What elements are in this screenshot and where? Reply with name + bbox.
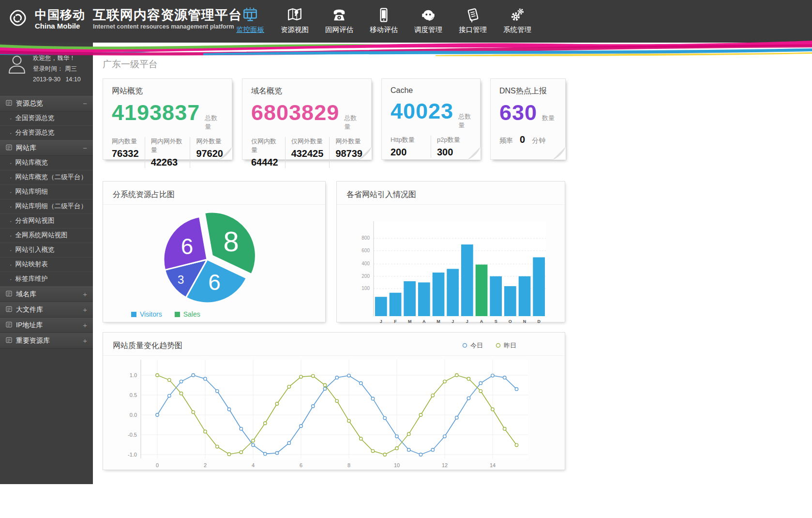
legend-item-昨日[interactable]: 昨日: [496, 341, 516, 350]
data-point[interactable]: [407, 432, 410, 435]
data-point[interactable]: [491, 374, 494, 377]
data-point[interactable]: [180, 380, 182, 383]
data-point[interactable]: [515, 388, 518, 391]
nav-item-map[interactable]: 资源视图: [278, 4, 312, 34]
data-point[interactable]: [395, 447, 398, 450]
sidebar-item-分省资源总览[interactable]: ·分省资源总览: [0, 126, 93, 140]
legend-item-Visitors[interactable]: Visitors: [131, 310, 162, 318]
bar-D-11[interactable]: [533, 258, 545, 317]
data-point[interactable]: [479, 390, 482, 393]
bar-M-2[interactable]: [404, 281, 416, 316]
expand-icon[interactable]: +: [83, 321, 87, 329]
data-point[interactable]: [455, 374, 458, 377]
data-point[interactable]: [371, 449, 374, 452]
bar-S-8[interactable]: [490, 276, 502, 316]
data-point[interactable]: [360, 381, 362, 384]
data-point[interactable]: [479, 381, 482, 384]
data-point[interactable]: [383, 416, 386, 419]
data-point[interactable]: [323, 387, 326, 390]
data-point[interactable]: [455, 416, 458, 419]
bar-F-1[interactable]: [390, 293, 402, 316]
data-point[interactable]: [503, 427, 506, 430]
sidebar-item-全国资源总览[interactable]: ·全国资源总览: [0, 111, 93, 126]
collapse-icon[interactable]: −: [83, 99, 87, 107]
legend-item-今日[interactable]: 今日: [462, 341, 483, 350]
data-point[interactable]: [275, 452, 278, 455]
data-point[interactable]: [287, 385, 290, 388]
nav-item-monitor[interactable]: 监控面板: [233, 4, 267, 34]
data-point[interactable]: [180, 392, 182, 395]
bar-A-7[interactable]: [476, 265, 488, 317]
data-point[interactable]: [347, 374, 350, 377]
sidebar-section-重要资源库[interactable]: 重要资源库+: [0, 333, 93, 349]
sidebar-item-分省网站视图[interactable]: ·分省网站视图: [0, 214, 93, 229]
data-point[interactable]: [443, 435, 446, 438]
data-point[interactable]: [264, 452, 267, 455]
nav-item-notes[interactable]: 接口管理: [456, 4, 490, 34]
data-point[interactable]: [168, 394, 171, 397]
data-point[interactable]: [419, 413, 422, 416]
data-point[interactable]: [252, 443, 255, 446]
data-point[interactable]: [312, 405, 315, 408]
data-point[interactable]: [515, 443, 518, 446]
data-point[interactable]: [431, 448, 434, 451]
data-point[interactable]: [503, 376, 506, 379]
bar-J-6[interactable]: [461, 244, 473, 316]
data-point[interactable]: [335, 399, 338, 402]
sidebar-section-IP地址库[interactable]: IP地址库+: [0, 318, 93, 333]
expand-icon[interactable]: +: [83, 305, 87, 314]
data-point[interactable]: [275, 402, 278, 405]
expand-icon[interactable]: +: [83, 336, 87, 345]
data-point[interactable]: [443, 380, 446, 383]
sidebar-item-网站库明细（二级平台）[interactable]: ·网站库明细（二级平台）: [0, 199, 93, 214]
data-point[interactable]: [240, 451, 242, 454]
data-point[interactable]: [227, 453, 230, 456]
data-point[interactable]: [252, 439, 255, 442]
legend-item-Sales[interactable]: Sales: [175, 310, 200, 318]
data-point[interactable]: [419, 453, 422, 456]
data-point[interactable]: [240, 427, 242, 430]
data-point[interactable]: [491, 408, 494, 411]
data-point[interactable]: [360, 437, 362, 440]
data-point[interactable]: [264, 422, 267, 425]
data-point[interactable]: [347, 419, 350, 422]
sidebar-section-网站库[interactable]: 网站库−: [0, 140, 93, 156]
bar-J-5[interactable]: [447, 269, 459, 316]
data-point[interactable]: [227, 408, 230, 411]
collapse-icon[interactable]: −: [83, 144, 87, 152]
data-point[interactable]: [287, 442, 290, 444]
data-point[interactable]: [371, 397, 374, 400]
bar-J-0[interactable]: [375, 297, 387, 316]
sidebar-item-网站库概览（二级平台）[interactable]: ·网站库概览（二级平台）: [0, 170, 93, 185]
bar-A-3[interactable]: [418, 282, 430, 316]
data-point[interactable]: [216, 445, 219, 448]
data-point[interactable]: [216, 390, 219, 393]
data-point[interactable]: [192, 374, 195, 377]
sidebar-item-网站引入概览[interactable]: ·网站引入概览: [0, 243, 93, 258]
nav-item-mobile[interactable]: 移动评估: [367, 4, 401, 34]
bar-M-4[interactable]: [433, 273, 445, 316]
data-point[interactable]: [168, 379, 171, 381]
bar-O-9[interactable]: [504, 286, 516, 316]
data-point[interactable]: [156, 413, 159, 416]
sidebar-section-资源总览[interactable]: 资源总览−: [0, 96, 93, 111]
sidebar-item-标签库维护[interactable]: ·标签库维护: [0, 272, 93, 287]
data-point[interactable]: [407, 448, 410, 451]
data-point[interactable]: [300, 425, 302, 427]
data-point[interactable]: [312, 374, 315, 377]
sidebar-section-域名库[interactable]: 域名库+: [0, 287, 93, 302]
sidebar-item-全网系统网站视图[interactable]: ·全网系统网站视图: [0, 229, 93, 243]
data-point[interactable]: [156, 374, 159, 377]
data-point[interactable]: [431, 394, 434, 397]
data-point[interactable]: [467, 396, 470, 399]
data-point[interactable]: [395, 435, 398, 438]
nav-item-gears[interactable]: 系统管理: [500, 4, 534, 34]
data-point[interactable]: [204, 430, 207, 433]
data-point[interactable]: [383, 453, 386, 456]
sidebar-section-大文件库[interactable]: 大文件库+: [0, 302, 93, 318]
nav-item-headset[interactable]: 调度管理: [411, 4, 445, 34]
sidebar-item-网站库概览[interactable]: ·网站库概览: [0, 156, 93, 170]
expand-icon[interactable]: +: [83, 290, 87, 298]
sidebar-item-网站库明细[interactable]: ·网站库明细: [0, 185, 93, 199]
data-point[interactable]: [335, 376, 338, 379]
